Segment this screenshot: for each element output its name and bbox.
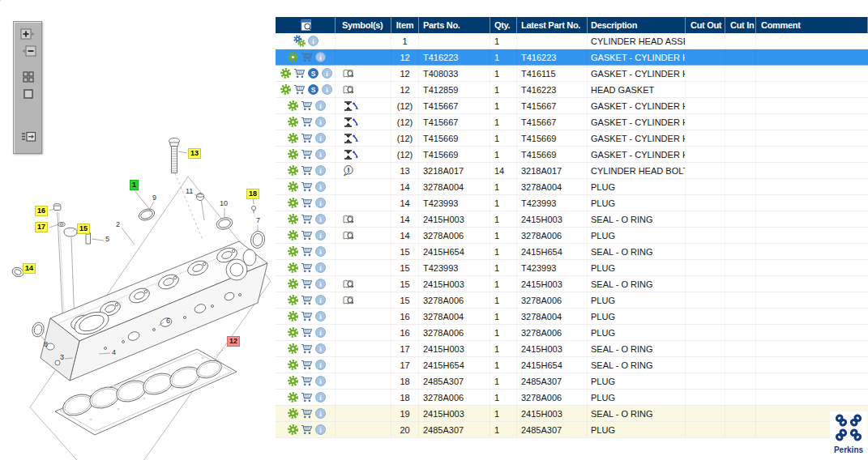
- table-row-item-14[interactable]: 14T4239931T423993PLUG: [276, 195, 868, 211]
- gear-icon[interactable]: [287, 197, 299, 209]
- cart-icon[interactable]: [301, 164, 313, 177]
- table-row-item-15[interactable]: 152415H65412415H654SEAL - O RING: [276, 244, 868, 260]
- info-icon[interactable]: [314, 375, 327, 387]
- info-icon[interactable]: [314, 310, 327, 322]
- callout-17[interactable]: 17: [35, 222, 48, 232]
- callout-16[interactable]: 16: [35, 206, 48, 216]
- gear-icon[interactable]: [287, 262, 299, 274]
- callout-13[interactable]: 13: [188, 148, 201, 159]
- cart-icon[interactable]: [301, 100, 313, 112]
- gear-icon[interactable]: [287, 116, 299, 128]
- callout-12[interactable]: 12: [227, 336, 240, 347]
- cart-icon[interactable]: [301, 116, 313, 128]
- callout-14[interactable]: 14: [23, 263, 36, 274]
- table-row-item-1[interactable]: 11CYLINDER HEAD ASSEM: [276, 33, 868, 49]
- cart-icon[interactable]: [301, 326, 313, 339]
- table-row-item-13[interactable]: 133218A017143218A017CYLINDER HEAD BOLT: [276, 163, 868, 179]
- table-row-item-12[interactable]: 12T4162231T416223GASKET - CYLINDER HEA: [276, 49, 868, 66]
- table-row-item-19[interactable]: 192415H00312415H003SEAL - O RING: [276, 406, 868, 422]
- info-icon[interactable]: [314, 100, 327, 112]
- col-header-latest-part-no[interactable]: Latest Part No.: [517, 17, 588, 33]
- table-row-item-17[interactable]: 172415H00312415H003SEAL - O RING: [276, 341, 868, 357]
- cart-icon[interactable]: [301, 51, 313, 63]
- table-row-item-12[interactable]: (12)T4156671T415667GASKET - CYLINDER HEA: [276, 114, 868, 130]
- table-row-item-12[interactable]: 12T4080331T416115GASKET - CYLINDER HEA: [276, 66, 868, 82]
- cart-icon[interactable]: [301, 197, 313, 209]
- info-icon[interactable]: [314, 148, 327, 160]
- gear-icon[interactable]: [287, 148, 299, 160]
- table-row-item-18[interactable]: 182485A30712485A307PLUG: [276, 373, 868, 390]
- col-header-item[interactable]: Item: [391, 17, 419, 33]
- gear-icon[interactable]: [287, 343, 299, 355]
- info-icon[interactable]: [314, 294, 327, 306]
- col-header-qty[interactable]: Qty.: [490, 17, 517, 33]
- gear-icon[interactable]: [287, 181, 299, 193]
- info-icon[interactable]: [314, 116, 327, 128]
- cart-icon[interactable]: [301, 132, 313, 144]
- info-icon[interactable]: [314, 229, 327, 241]
- info-icon[interactable]: [321, 67, 333, 79]
- gears-icon[interactable]: [293, 35, 306, 47]
- zoom-in-button[interactable]: [18, 28, 39, 40]
- table-row-item-18[interactable]: 183278A00613278A006PLUG: [276, 390, 868, 406]
- table-row-item-14[interactable]: 142415H00312415H003SEAL - O RING: [276, 211, 868, 228]
- cart-icon[interactable]: [301, 213, 313, 225]
- table-row-item-17[interactable]: 172415H65412415H654SEAL - O RING: [276, 357, 868, 373]
- gear-icon[interactable]: [287, 294, 299, 306]
- info-icon[interactable]: [314, 424, 327, 436]
- gear-icon[interactable]: [287, 424, 299, 436]
- cart-icon[interactable]: [301, 278, 313, 290]
- gear-icon[interactable]: [287, 229, 299, 241]
- info-icon[interactable]: [314, 262, 327, 274]
- callout-15[interactable]: 15: [77, 224, 90, 234]
- table-row-item-12[interactable]: (12)T4156691T415669GASKET - CYLINDER HEA: [276, 130, 868, 147]
- gear-icon[interactable]: [287, 245, 299, 258]
- gear-icon[interactable]: [287, 164, 299, 177]
- supersession-badge-icon[interactable]: [307, 83, 319, 96]
- cart-icon[interactable]: [301, 245, 313, 258]
- info-icon[interactable]: [314, 326, 327, 339]
- cart-icon[interactable]: [301, 310, 313, 322]
- gear-icon[interactable]: [287, 407, 299, 420]
- gear-icon[interactable]: [287, 375, 299, 387]
- cart-icon[interactable]: [301, 375, 313, 387]
- actual-size-button[interactable]: [18, 87, 39, 100]
- info-icon[interactable]: [314, 213, 327, 225]
- gear-icon[interactable]: [287, 100, 299, 112]
- info-icon[interactable]: [321, 83, 333, 96]
- col-header-symbol-s[interactable]: Symbol(s): [336, 17, 391, 33]
- info-icon[interactable]: [314, 407, 327, 420]
- col-header-parts-no[interactable]: Parts No.: [419, 17, 490, 33]
- table-row-item-14[interactable]: 143278A00613278A006PLUG: [276, 228, 868, 244]
- cart-icon[interactable]: [293, 83, 306, 96]
- gear-icon[interactable]: [287, 391, 299, 403]
- gear-icon[interactable]: [287, 310, 299, 322]
- info-icon[interactable]: [314, 51, 327, 63]
- col-header-cut-in[interactable]: Cut In: [725, 17, 756, 33]
- cart-icon[interactable]: [301, 294, 313, 306]
- cart-icon[interactable]: [301, 181, 313, 193]
- info-icon[interactable]: [314, 132, 327, 144]
- gear-icon[interactable]: [287, 326, 299, 339]
- info-icon[interactable]: [314, 359, 327, 371]
- info-icon[interactable]: [314, 164, 327, 177]
- cart-icon[interactable]: [301, 359, 313, 371]
- info-icon[interactable]: [314, 245, 327, 258]
- table-row-item-15[interactable]: 152415H00312415H003SEAL - O RING: [276, 276, 868, 292]
- table-row-item-12[interactable]: (12)T4156671T415667GASKET - CYLINDER HEA: [276, 98, 868, 114]
- info-icon[interactable]: [314, 197, 327, 209]
- info-icon[interactable]: [314, 278, 327, 290]
- supersession-badge-icon[interactable]: [307, 67, 319, 79]
- cart-icon[interactable]: [301, 424, 313, 436]
- info-icon[interactable]: [307, 35, 319, 47]
- gear-icon[interactable]: [287, 51, 299, 63]
- toggle-panel-button[interactable]: [18, 130, 39, 143]
- gear-icon[interactable]: [287, 132, 299, 144]
- cart-icon[interactable]: [301, 391, 313, 403]
- cart-icon[interactable]: [301, 229, 313, 241]
- table-row-item-15[interactable]: 15T4239931T423993PLUG: [276, 260, 868, 276]
- cart-icon[interactable]: [301, 148, 313, 160]
- table-row-item-20[interactable]: 202485A30712485A307PLUG: [276, 422, 868, 438]
- cart-icon[interactable]: [301, 343, 313, 355]
- table-row-item-14[interactable]: 143278A00413278A004PLUG: [276, 179, 868, 195]
